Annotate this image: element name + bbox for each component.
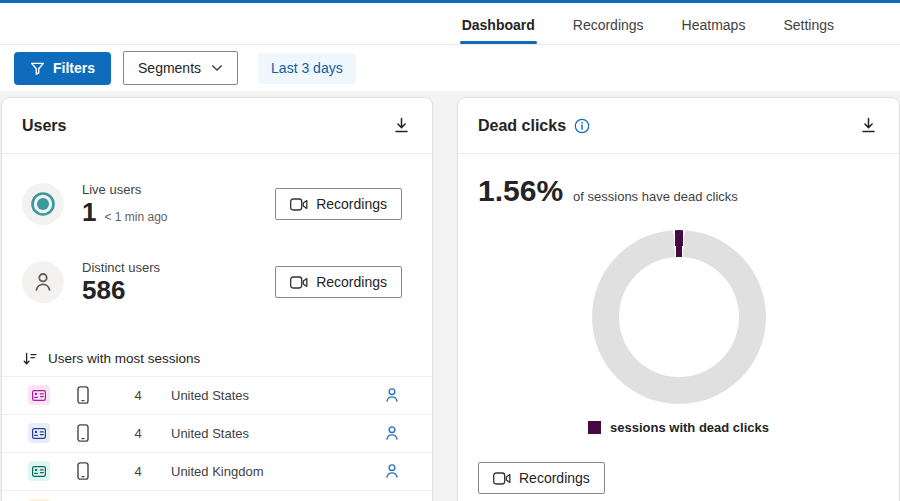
live-users-label: Live users <box>82 182 168 197</box>
tab-recordings[interactable]: Recordings <box>571 17 646 44</box>
dead-clicks-card: Dead clicks 1.56% of sessions have dead … <box>457 97 900 501</box>
info-icon[interactable] <box>574 118 590 134</box>
live-recordings-button[interactable]: Recordings <box>275 188 402 220</box>
tab-heatmaps[interactable]: Heatmaps <box>680 17 748 44</box>
dead-clicks-percent-suffix: of sessions have dead clicks <box>573 189 738 204</box>
user-id-card-icon <box>28 461 50 481</box>
distinct-recordings-button[interactable]: Recordings <box>275 266 402 298</box>
user-row[interactable]: 4 United States <box>2 376 432 414</box>
date-range-chip[interactable]: Last 3 days <box>258 53 356 84</box>
mobile-device-icon <box>77 424 89 442</box>
download-icon <box>860 117 877 134</box>
users-card: Users Live users 1 < 1 min ago <box>1 97 433 501</box>
filter-toolbar: Filters Segments Last 3 days <box>0 45 900 91</box>
tab-dashboard[interactable]: Dashboard <box>460 17 537 44</box>
session-count: 4 <box>131 426 145 441</box>
filters-button[interactable]: Filters <box>14 52 111 85</box>
video-camera-icon <box>493 472 511 485</box>
dead-clicks-percent: 1.56% <box>478 174 563 208</box>
session-count: 4 <box>131 464 145 479</box>
filters-button-label: Filters <box>53 60 95 76</box>
live-users-ago: < 1 min ago <box>104 210 167 224</box>
dead-clicks-recordings-label: Recordings <box>519 470 590 486</box>
tab-settings[interactable]: Settings <box>781 17 836 44</box>
user-row[interactable]: 4 United States <box>2 414 432 452</box>
distinct-users-value: 586 <box>82 277 125 304</box>
dashboard-content: Users Live users 1 < 1 min ago <box>0 91 900 501</box>
dead-clicks-donut-chart <box>592 230 766 404</box>
distinct-recordings-label: Recordings <box>316 274 387 290</box>
most-sessions-label: Users with most sessions <box>48 351 200 366</box>
download-icon <box>393 117 410 134</box>
dead-clicks-stat: 1.56% of sessions have dead clicks <box>458 174 899 208</box>
mobile-device-icon <box>77 386 89 404</box>
user-person-icon[interactable] <box>382 461 402 481</box>
dead-clicks-card-title: Dead clicks <box>478 117 566 135</box>
user-person-icon[interactable] <box>382 385 402 405</box>
sort-descending-icon <box>22 351 38 367</box>
donut-hole <box>619 257 739 377</box>
distinct-users-row: Distinct users 586 Recordings <box>2 260 432 304</box>
live-users-icon <box>22 183 64 225</box>
user-id-card-icon <box>28 423 50 443</box>
segments-label: Segments <box>138 60 201 76</box>
legend-swatch <box>588 421 601 434</box>
user-country: United States <box>171 388 249 403</box>
distinct-users-label: Distinct users <box>82 260 160 275</box>
top-navigation: Dashboard Recordings Heatmaps Settings <box>0 3 900 45</box>
dead-clicks-card-header: Dead clicks <box>458 98 899 154</box>
user-row[interactable] <box>2 490 432 501</box>
most-sessions-header: Users with most sessions <box>2 351 432 367</box>
user-id-card-icon <box>28 385 50 405</box>
filter-funnel-icon <box>30 61 45 76</box>
session-count: 4 <box>131 388 145 403</box>
legend-label: sessions with dead clicks <box>610 420 769 435</box>
user-country: United States <box>171 426 249 441</box>
video-camera-icon <box>290 198 308 211</box>
video-camera-icon <box>290 276 308 289</box>
dead-clicks-recordings-button[interactable]: Recordings <box>478 462 605 494</box>
segments-dropdown[interactable]: Segments <box>123 51 238 85</box>
users-download-button[interactable] <box>391 115 412 136</box>
live-recordings-label: Recordings <box>316 196 387 212</box>
users-card-header: Users <box>2 98 432 154</box>
chevron-down-icon <box>211 64 223 72</box>
live-users-value: 1 <box>82 199 96 226</box>
user-person-icon[interactable] <box>382 423 402 443</box>
top-users-list: 4 United States 4 Unit <box>2 376 432 501</box>
distinct-users-icon <box>22 261 64 303</box>
user-country: United Kingdom <box>171 464 264 479</box>
donut-legend: sessions with dead clicks <box>458 420 899 435</box>
live-users-row: Live users 1 < 1 min ago Recordings <box>2 182 432 226</box>
dead-clicks-download-button[interactable] <box>858 115 879 136</box>
mobile-device-icon <box>77 462 89 480</box>
users-card-title: Users <box>22 117 66 135</box>
user-row[interactable]: 4 United Kingdom <box>2 452 432 490</box>
